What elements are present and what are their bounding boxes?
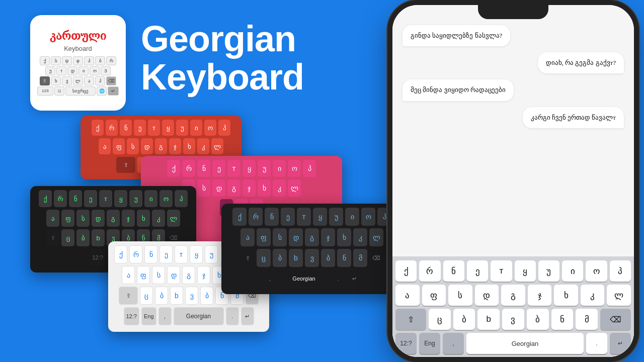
ph-key[interactable]: ნ bbox=[551, 309, 574, 330]
mini-key: ψ bbox=[62, 56, 72, 65]
key: ე bbox=[212, 160, 225, 177]
key-dot: . bbox=[226, 307, 239, 325]
ph-key[interactable]: ბ bbox=[453, 309, 475, 330]
key: ა bbox=[240, 228, 255, 246]
key: ა bbox=[122, 266, 135, 284]
ph-key[interactable]: ს bbox=[448, 285, 472, 306]
ph-key[interactable]: ჯ bbox=[528, 285, 552, 306]
ph-key[interactable]: ქ bbox=[395, 260, 417, 282]
kbd-row: ა ფ ს დ გ ჯ ხ კ ლ bbox=[34, 210, 192, 227]
key: გ bbox=[227, 179, 240, 197]
key: ყ bbox=[243, 160, 256, 177]
ph-key[interactable]: რ bbox=[419, 260, 440, 282]
key: უ bbox=[205, 245, 218, 263]
ph-key[interactable]: ლ bbox=[607, 285, 631, 306]
key: პ bbox=[175, 190, 188, 207]
key: რ bbox=[249, 208, 263, 226]
ph-key[interactable]: გ bbox=[501, 285, 525, 306]
key: ვ bbox=[185, 287, 198, 305]
key-shift: ⇧ bbox=[116, 157, 135, 173]
key: გ bbox=[182, 266, 195, 284]
key: b bbox=[289, 249, 303, 267]
ph-key[interactable]: დ bbox=[475, 285, 499, 306]
key: т bbox=[297, 208, 311, 226]
key-dot: . bbox=[331, 269, 345, 288]
key: ქ bbox=[92, 120, 104, 136]
mini-key: რ bbox=[106, 56, 116, 65]
mini-key: უ bbox=[45, 66, 55, 75]
ph-key-enter[interactable]: ↵ bbox=[610, 333, 631, 354]
key-eng: Eng bbox=[141, 307, 156, 325]
chat-bubble-3: მეც მინდა ვიყიდო რადაცეები bbox=[403, 79, 514, 101]
ph-key-num[interactable]: 12:? bbox=[395, 333, 417, 354]
key: ს bbox=[152, 266, 165, 284]
key-space: Georgian bbox=[174, 307, 224, 325]
key: დ bbox=[289, 228, 303, 246]
mini-key: т bbox=[56, 66, 66, 75]
key: ჯ bbox=[321, 228, 335, 246]
key: ე bbox=[159, 245, 173, 263]
mini-key: ა bbox=[84, 76, 94, 85]
ph-key-space[interactable]: Georgian bbox=[466, 333, 584, 354]
ph-key[interactable]: მ bbox=[576, 309, 598, 330]
ph-key[interactable]: ვ bbox=[502, 309, 524, 330]
ph-key-eng[interactable]: Eng bbox=[419, 333, 440, 354]
mini-key: ხ bbox=[51, 76, 61, 85]
ph-key[interactable]: ნ bbox=[443, 260, 464, 282]
ph-key[interactable]: ა bbox=[395, 285, 420, 306]
key: პ bbox=[218, 120, 230, 136]
ph-key-shift[interactable]: ⇧ bbox=[395, 309, 426, 330]
key: ყ bbox=[162, 120, 174, 136]
mini-key: ლ bbox=[73, 76, 83, 85]
ph-key[interactable]: ფ bbox=[422, 285, 446, 306]
ph-key[interactable]: ც bbox=[429, 309, 451, 330]
key: ს bbox=[76, 210, 90, 227]
key: ფ bbox=[113, 138, 125, 154]
ph-key-dot[interactable]: . bbox=[586, 333, 607, 354]
key-space: Georgian bbox=[279, 269, 329, 288]
ph-key[interactable]: ყ bbox=[515, 260, 536, 282]
ph-key[interactable]: ი bbox=[562, 260, 583, 282]
key: т bbox=[227, 160, 240, 177]
key: ნ bbox=[197, 160, 210, 177]
kbd-row: ქ რ ნ ე т ყ უ ი ო პ bbox=[34, 190, 192, 207]
mini-key: φ bbox=[73, 56, 83, 65]
ph-key[interactable]: პ bbox=[610, 260, 631, 282]
key: გ bbox=[305, 228, 319, 246]
ph-key-delete[interactable]: ⌫ bbox=[600, 309, 631, 330]
key: b bbox=[92, 229, 105, 246]
app-icon: კართული Keyboard ქ ს ψ φ პ ბ რ უ т დ ი ო… bbox=[30, 15, 126, 111]
key: ს bbox=[127, 138, 139, 154]
mini-key: З bbox=[101, 66, 111, 75]
ph-key[interactable]: უ bbox=[538, 260, 559, 282]
ph-key[interactable]: ე bbox=[467, 260, 488, 282]
kbd-row-bottom: 12:? Eng , Georgian . ↵ bbox=[112, 307, 265, 325]
key: ი bbox=[144, 190, 157, 207]
key: დ bbox=[167, 266, 180, 284]
key: ი bbox=[273, 160, 286, 177]
title-line2: Keyboard bbox=[141, 58, 304, 97]
key: ნ bbox=[120, 120, 132, 136]
ph-key[interactable]: კ bbox=[581, 285, 605, 306]
key: ს bbox=[197, 179, 210, 197]
key: გ bbox=[155, 138, 167, 154]
ph-row-1: ქ რ ნ ე т ყ უ ი ო პ bbox=[395, 260, 631, 282]
key: რ bbox=[106, 120, 118, 136]
phone-mockup: გინდა საყიდლებზე წასვლა? დიახ, რა გეგმა … bbox=[362, 5, 634, 357]
ph-key[interactable]: т bbox=[491, 260, 512, 282]
key: ნ bbox=[69, 190, 82, 207]
ph-key[interactable]: ბ bbox=[527, 309, 549, 330]
key: რ bbox=[54, 190, 67, 207]
ph-key[interactable]: ხ bbox=[554, 285, 578, 306]
ph-row-2: ა ფ ს დ გ ჯ ხ კ ლ bbox=[395, 285, 631, 306]
ph-key-comma[interactable]: , bbox=[443, 333, 464, 354]
ph-key[interactable]: ო bbox=[586, 260, 607, 282]
key-enter: ↵ bbox=[347, 269, 361, 288]
mini-key-globe: 🌐 bbox=[97, 86, 107, 96]
key: დ bbox=[92, 210, 105, 227]
key: უ bbox=[258, 160, 271, 177]
mini-key: პ bbox=[84, 56, 94, 65]
key: ვ bbox=[305, 249, 319, 267]
ph-bottom-row: 12:? Eng , Georgian . ↵ bbox=[395, 333, 631, 354]
ph-key[interactable]: b bbox=[477, 309, 500, 330]
